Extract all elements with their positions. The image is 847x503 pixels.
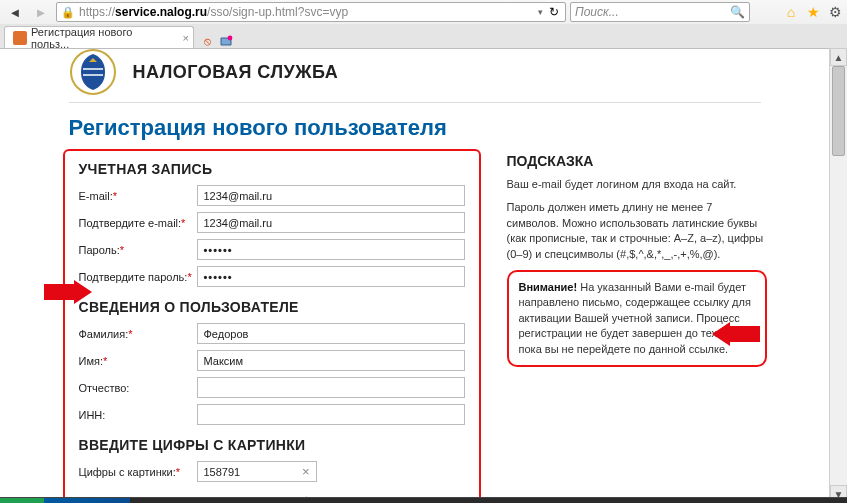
address-bar[interactable]: 🔒 https://service.nalog.ru/sso/sign-up.h… [56,2,566,22]
stop-icon[interactable]: ⦸ [200,34,214,48]
browser-chrome: ◄ ► 🔒 https://service.nalog.ru/sso/sign-… [0,0,847,49]
svg-point-0 [228,36,233,41]
refresh-icon[interactable]: ↻ [547,5,561,19]
url-text: https://service.nalog.ru/sso/sign-up.htm… [79,5,348,19]
page-viewport: НАЛОГОВАЯ СЛУЖБА Регистрация нового поль… [0,48,829,49]
favorites-icon[interactable]: ★ [805,4,821,20]
browser-search[interactable]: Поиск... 🔍 [570,2,750,22]
gear-icon[interactable]: ⚙ [827,4,843,20]
search-icon: 🔍 [730,5,745,19]
chevron-down-icon[interactable]: ▾ [538,7,543,17]
favicon [13,31,27,45]
search-placeholder: Поиск... [575,5,619,19]
tab-addon-icon[interactable] [218,34,234,48]
tab-title: Регистрация нового польз... [31,26,173,50]
lock-icon: 🔒 [61,5,75,19]
home-icon[interactable]: ⌂ [783,4,799,20]
nav-back-button[interactable]: ◄ [4,2,26,22]
tab-strip: Регистрация нового польз... × ⦸ [0,24,847,48]
close-icon[interactable]: × [183,32,189,44]
site-header: НАЛОГОВАЯ СЛУЖБА [55,48,775,49]
nav-forward-button[interactable]: ► [30,2,52,22]
vertical-scrollbar[interactable]: ▲ ▼ [829,48,847,49]
browser-tab[interactable]: Регистрация нового польз... × [4,26,194,48]
scroll-up-button[interactable]: ▲ [830,48,847,49]
site-emblem-icon [69,48,117,49]
